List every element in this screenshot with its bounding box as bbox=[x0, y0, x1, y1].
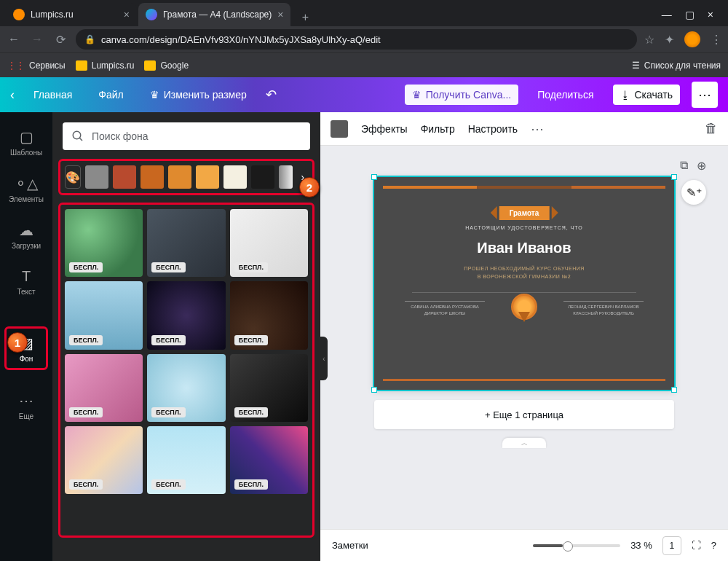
zoom-slider[interactable] bbox=[533, 544, 620, 547]
free-badge: БЕСПЛ. bbox=[234, 407, 268, 417]
free-badge: БЕСПЛ. bbox=[234, 479, 268, 490]
effects-button[interactable]: Эффекты bbox=[361, 123, 408, 135]
background-tile[interactable]: БЕСПЛ. bbox=[230, 426, 308, 494]
free-badge: БЕСПЛ. bbox=[151, 262, 185, 272]
file-button[interactable]: Файл bbox=[91, 85, 130, 105]
callout-2: 2 bbox=[299, 177, 320, 197]
color-swatch[interactable] bbox=[113, 165, 136, 189]
crown-icon: ♛ bbox=[150, 89, 159, 101]
list-icon: ☰ bbox=[632, 60, 640, 71]
adjust-button[interactable]: Настроить bbox=[468, 123, 518, 135]
notes-button[interactable]: Заметки bbox=[332, 540, 368, 551]
stage[interactable]: ⧉ ⊕ Грамота НАСТОЯЩИМ УДОСТОВЕРЯЕТСЯ, ЧТ… bbox=[320, 146, 728, 529]
window-controls: — ▢ × bbox=[662, 9, 722, 26]
free-badge: БЕСПЛ. bbox=[234, 335, 268, 345]
more-icon: ⋯ bbox=[19, 392, 33, 409]
templates-icon: ▢ bbox=[20, 128, 33, 146]
color-swatch[interactable] bbox=[85, 165, 108, 189]
add-page-icon[interactable]: ⊕ bbox=[697, 159, 706, 173]
background-grid-highlight: БЕСПЛ.БЕСПЛ.БЕСПЛ.БЕСПЛ.БЕСПЛ.БЕСПЛ.БЕСП… bbox=[58, 203, 314, 538]
extension-icon[interactable]: ✦ bbox=[665, 33, 674, 47]
canvas-area: Эффекты Фильтр Настроить ⋯ 🗑 ⧉ ⊕ Грамота… bbox=[320, 112, 728, 561]
color-swatch[interactable] bbox=[168, 165, 191, 189]
new-tab-button[interactable]: + bbox=[296, 9, 314, 26]
background-tile[interactable]: БЕСПЛ. bbox=[230, 354, 308, 422]
undo-icon[interactable]: ↶ bbox=[266, 87, 277, 103]
menu-icon[interactable]: ⋮ bbox=[711, 33, 722, 47]
design-page[interactable]: Грамота НАСТОЯЩИМ УДОСТОВЕРЯЕТСЯ, ЧТО Ив… bbox=[374, 177, 674, 390]
more-button[interactable]: ⋯ bbox=[692, 82, 718, 108]
add-page-button[interactable]: + Еще 1 страница bbox=[374, 400, 674, 429]
favicon-icon bbox=[146, 9, 157, 20]
background-tile[interactable]: БЕСПЛ. bbox=[147, 281, 225, 349]
background-tile[interactable]: БЕСПЛ. bbox=[147, 209, 225, 277]
color-picker-button[interactable]: 🎨 bbox=[65, 165, 81, 189]
elements-icon: ⚬△ bbox=[15, 175, 38, 192]
page-count-button[interactable]: 1 bbox=[662, 536, 681, 555]
bookmark-google[interactable]: Google bbox=[144, 60, 189, 71]
rail-uploads[interactable]: ☁Загрузки bbox=[0, 213, 52, 258]
free-badge: БЕСПЛ. bbox=[151, 407, 185, 417]
help-icon[interactable]: ? bbox=[711, 540, 716, 551]
download-icon: ⭳ bbox=[620, 89, 630, 101]
favicon-icon bbox=[13, 9, 25, 20]
star-icon[interactable]: ☆ bbox=[644, 33, 654, 47]
svg-point-0 bbox=[73, 131, 81, 139]
cloud-icon: ☁ bbox=[19, 221, 33, 239]
browser-tab-canva[interactable]: Грамота — A4 (Landscape) × bbox=[138, 3, 290, 26]
duplicate-page-icon[interactable]: ⧉ bbox=[680, 159, 688, 173]
bookmark-lumpics[interactable]: Lumpics.ru bbox=[76, 60, 135, 71]
rail-elements[interactable]: ⚬△Элементы bbox=[0, 166, 52, 211]
free-badge: БЕСПЛ. bbox=[69, 335, 103, 345]
color-swatch[interactable] bbox=[196, 165, 219, 189]
rail-templates[interactable]: ▢Шаблоны bbox=[0, 119, 52, 165]
upgrade-button[interactable]: ♛Получить Canva... bbox=[405, 85, 519, 105]
zoom-value[interactable]: 33 % bbox=[630, 540, 652, 551]
search-input[interactable]: Поиск фона bbox=[63, 122, 310, 150]
more-icon[interactable]: ⋯ bbox=[531, 121, 544, 137]
reading-list-button[interactable]: ☰ Список для чтения bbox=[632, 60, 721, 71]
expand-pages-handle[interactable]: ︿ bbox=[502, 438, 546, 448]
browser-tab-lumpics[interactable]: Lumpics.ru × bbox=[6, 3, 137, 26]
home-button[interactable]: Главная bbox=[26, 85, 79, 105]
svg-line-1 bbox=[79, 138, 82, 141]
background-tile[interactable]: БЕСПЛ. bbox=[65, 354, 143, 422]
background-tile[interactable]: БЕСПЛ. bbox=[65, 209, 143, 277]
reload-icon[interactable]: ⟳ bbox=[52, 33, 68, 47]
fullscreen-icon[interactable]: ⛶ bbox=[692, 540, 701, 551]
rail-more[interactable]: ⋯Еще bbox=[0, 383, 52, 428]
background-tile[interactable]: БЕСПЛ. bbox=[147, 354, 225, 422]
profile-avatar[interactable] bbox=[684, 31, 700, 47]
color-gradient-swatch[interactable] bbox=[279, 165, 293, 189]
back-icon[interactable]: ← bbox=[6, 33, 22, 46]
rail-text[interactable]: TТекст bbox=[0, 259, 52, 305]
cert-subtitle: НАСТОЯЩИМ УДОСТОВЕРЯЕТСЯ, ЧТО bbox=[383, 225, 665, 230]
forward-icon: → bbox=[29, 33, 45, 46]
maximize-icon[interactable]: ▢ bbox=[685, 9, 695, 20]
color-swatch[interactable] bbox=[251, 165, 274, 189]
free-badge: БЕСПЛ. bbox=[234, 262, 268, 272]
background-tile[interactable]: БЕСПЛ. bbox=[230, 209, 308, 277]
background-tile[interactable]: БЕСПЛ. bbox=[230, 281, 308, 349]
background-color-button[interactable] bbox=[331, 120, 348, 138]
resize-button[interactable]: ♛Изменить размер bbox=[143, 85, 254, 105]
background-tile[interactable]: БЕСПЛ. bbox=[65, 281, 143, 349]
download-button[interactable]: ⭳Скачать bbox=[613, 85, 681, 105]
background-tile[interactable]: БЕСПЛ. bbox=[147, 426, 225, 494]
bookmark-services[interactable]: ⋮⋮Сервисы bbox=[7, 60, 66, 71]
color-swatch[interactable] bbox=[223, 165, 247, 189]
url-input[interactable]: 🔒 canva.com/design/DAEnVfv93X0/nYNJMx5yJ… bbox=[76, 29, 637, 50]
close-icon[interactable]: × bbox=[124, 9, 130, 20]
free-badge: БЕСПЛ. bbox=[69, 407, 103, 417]
share-button[interactable]: Поделиться bbox=[530, 85, 601, 105]
back-icon[interactable]: ‹ bbox=[10, 87, 15, 103]
comment-button[interactable]: ✎⁺ bbox=[681, 180, 706, 205]
trash-icon[interactable]: 🗑 bbox=[705, 121, 718, 136]
filter-button[interactable]: Фильтр bbox=[421, 123, 455, 135]
color-swatch[interactable] bbox=[141, 165, 164, 189]
close-window-icon[interactable]: × bbox=[708, 9, 713, 20]
callout-1: 1 bbox=[7, 332, 28, 353]
background-tile[interactable]: БЕСПЛ. bbox=[65, 426, 143, 494]
minimize-icon[interactable]: — bbox=[662, 9, 672, 20]
close-icon[interactable]: × bbox=[277, 9, 283, 20]
